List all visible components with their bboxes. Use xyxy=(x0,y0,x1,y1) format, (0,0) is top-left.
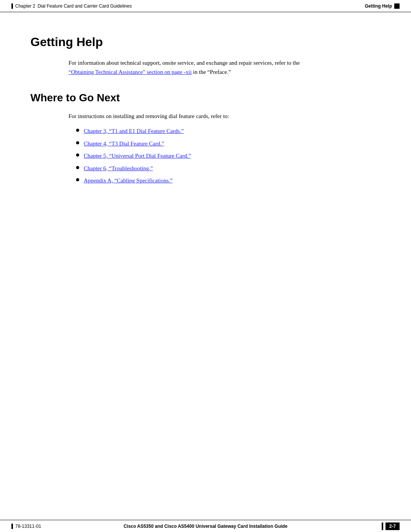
main-content: Getting Help For information about techn… xyxy=(0,12,411,219)
footer-page-number: 2-7 xyxy=(386,522,400,530)
chapter-link[interactable]: Chapter 4, “T3 Dial Feature Card.” xyxy=(84,139,164,148)
list-item: Appendix A, “Cabling Specifications.” xyxy=(76,176,381,185)
footer-right: 2-7 xyxy=(382,522,400,530)
bullet-dot-icon xyxy=(76,178,79,181)
footer-left-bar-icon xyxy=(11,524,13,529)
obtaining-technical-assistance-link[interactable]: “Obtaining Technical Assistance” section… xyxy=(68,69,192,75)
getting-help-body-text: For information about technical support,… xyxy=(68,60,300,66)
chapter-link[interactable]: Chapter 3, “T1 and E1 Dial Feature Cards… xyxy=(84,127,184,136)
footer-center: Cisco AS5350 and Cisco AS5400 Universal … xyxy=(124,524,288,529)
chapter-link[interactable]: Chapter 5, “Universal Port Dial Feature … xyxy=(84,152,191,160)
bullet-dot-icon xyxy=(76,141,79,144)
bullet-dot-icon xyxy=(76,153,79,157)
header-left: Chapter 2 Dial Feature Card and Carrier … xyxy=(11,3,132,9)
list-item: Chapter 3, “T1 and E1 Dial Feature Cards… xyxy=(76,127,381,136)
chapter-link[interactable]: Chapter 6, “Troubleshooting.” xyxy=(84,164,153,173)
where-to-go-next-title: Where to Go Next xyxy=(30,92,381,104)
footer-right-bar-icon xyxy=(382,522,383,530)
bullet-dot-icon xyxy=(76,129,79,132)
where-to-go-next-list: Chapter 3, “T1 and E1 Dial Feature Cards… xyxy=(76,127,381,185)
list-item: Chapter 4, “T3 Dial Feature Card.” xyxy=(76,139,381,148)
where-to-go-next-intro: For instructions on installing and remov… xyxy=(68,112,358,121)
getting-help-body-suffix: in the “Preface.” xyxy=(192,69,231,75)
header-bar: Chapter 2 Dial Feature Card and Carrier … xyxy=(0,0,411,12)
bullet-dot-icon xyxy=(76,166,79,169)
footer-left: 78-13311-01 xyxy=(11,524,41,529)
page-container: Chapter 2 Dial Feature Card and Carrier … xyxy=(0,0,411,532)
list-item: Chapter 6, “Troubleshooting.” xyxy=(76,164,381,173)
header-left-bar-icon xyxy=(11,3,13,9)
chapter-link[interactable]: Appendix A, “Cabling Specifications.” xyxy=(84,176,173,185)
header-section-label: Getting Help xyxy=(365,3,392,9)
footer-doc-number: 78-13311-01 xyxy=(15,524,41,529)
footer-bar: 78-13311-01 Cisco AS5350 and Cisco AS540… xyxy=(0,520,411,532)
header-chapter-label: Chapter 2 xyxy=(15,3,35,9)
getting-help-body: For information about technical support,… xyxy=(68,58,358,77)
header-right-bar-icon xyxy=(394,3,400,9)
header-right: Getting Help xyxy=(365,3,400,9)
list-item: Chapter 5, “Universal Port Dial Feature … xyxy=(76,152,381,160)
getting-help-title: Getting Help xyxy=(30,35,381,49)
header-chapter-title: Dial Feature Card and Carrier Card Guide… xyxy=(38,3,132,9)
